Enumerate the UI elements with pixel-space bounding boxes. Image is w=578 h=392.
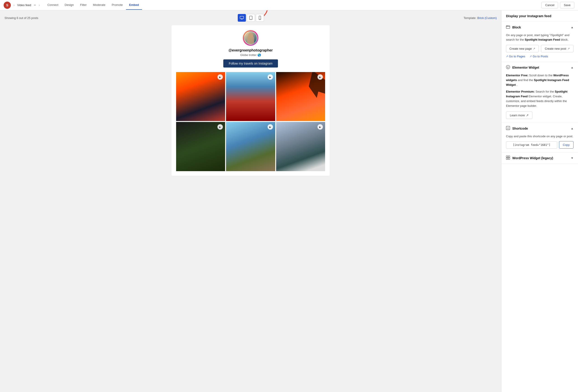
sidebar-header: Display your Instagram feed — [501, 10, 578, 22]
shortcode-input[interactable] — [506, 141, 557, 148]
view-tablet-button[interactable] — [247, 14, 255, 22]
mobile-icon — [259, 16, 261, 20]
preview-area: Showing 6 out of 25 posts — [0, 10, 501, 392]
elementor-circle-icon: E — [506, 65, 510, 69]
profile-bio: Globe trotter 🌎 — [240, 53, 261, 57]
accordion-block-body: On any page or post, start typing "/Spot… — [501, 33, 578, 62]
edit-icon[interactable]: ✏ — [34, 4, 36, 7]
template-link[interactable]: Brick (Custom) — [477, 16, 497, 20]
elementor-chevron: ▲ — [571, 66, 574, 69]
breadcrumb-label: Video feed — [17, 3, 31, 7]
block-icon — [506, 25, 510, 30]
create-page-label: Create new page — [509, 47, 532, 50]
photo-cell-1[interactable]: ▶ — [176, 72, 225, 121]
go-to-pages-link[interactable]: ↗ Go to Pages — [506, 55, 525, 58]
wp-widget-label: WordPress Widget (legacy) — [512, 156, 569, 160]
tablet-icon — [249, 16, 252, 20]
photo-cell-3[interactable]: ▶ — [276, 72, 325, 121]
svg-point-5 — [251, 19, 251, 19]
block-description: On any page or post, start typing "/Spot… — [506, 33, 574, 42]
svg-point-7 — [260, 19, 260, 19]
accordion-elementor-header[interactable]: E Elementor Widget ▲ — [501, 62, 578, 73]
folder-icon — [506, 25, 510, 29]
link-row: ↗ Go to Pages ↗ Go to Posts — [506, 55, 574, 58]
shortcode-chevron: ▲ — [571, 127, 574, 130]
play-icon-3: ▶ — [317, 74, 323, 80]
tab-embed[interactable]: Embed — [126, 0, 142, 10]
wp-widget-icon — [506, 155, 510, 160]
block-label: Block — [512, 26, 569, 29]
tab-moderate[interactable]: Moderate — [90, 0, 109, 10]
svg-rect-14 — [508, 156, 510, 157]
elementor-free-desc: Elementor Free: Scroll down to the WordP… — [506, 73, 574, 87]
accordion-shortcode-header[interactable]: [/] Shortcode ▲ — [501, 123, 578, 134]
svg-rect-13 — [506, 156, 508, 157]
profile-section: @evergreenphotographer Globe trotter 🌎 F… — [176, 30, 325, 67]
showing-text: Showing 6 out of 25 posts — [4, 16, 38, 20]
learn-more-label: Learn more — [510, 114, 525, 117]
block-chevron: ▲ — [571, 26, 574, 29]
main-area: Showing 6 out of 25 posts — [0, 10, 578, 392]
accordion-shortcode-body: Copy and paste this shortcode on any pag… — [501, 134, 578, 152]
wp-widget-grid-icon — [506, 155, 510, 160]
template-label: Template: — [464, 16, 476, 20]
photo-cell-5[interactable]: ▶ — [226, 122, 275, 171]
go-to-posts-link[interactable]: ↗ Go to Posts — [530, 55, 548, 58]
view-desktop-button[interactable] — [238, 14, 246, 22]
follow-button[interactable]: Follow my travels on Instagram — [223, 59, 278, 67]
elementor-icon: E — [506, 65, 510, 70]
create-new-post-button[interactable]: Create new post ↗ — [541, 45, 574, 52]
accordion-elementor: E Elementor Widget ▲ Elementor Free: Scr… — [501, 62, 578, 123]
btn-row-create: Create new page ↗ Create new post ↗ — [506, 45, 574, 52]
svg-text:E: E — [507, 66, 509, 68]
learn-more-button[interactable]: Learn more ↗ — [506, 111, 532, 119]
accordion-block-header[interactable]: Block ▲ — [501, 22, 578, 33]
elementor-premium-desc: Elementor Premium: Search for the Spotli… — [506, 90, 574, 108]
photo-grid: ▶ ▶ ▶ ▶ — [176, 72, 325, 171]
sidebar-title: Display your Instagram feed — [506, 14, 574, 18]
elementor-label: Elementor Widget — [512, 66, 569, 69]
accordion-elementor-body: Elementor Free: Scroll down to the WordP… — [501, 73, 578, 123]
view-mobile-button[interactable] — [256, 14, 264, 22]
nav-separator: › — [39, 4, 40, 7]
tab-connect[interactable]: Connect — [44, 0, 61, 10]
accordion-wp-widget-header[interactable]: WordPress Widget (legacy) ▼ — [501, 152, 578, 164]
play-icon-2: ▶ — [268, 74, 273, 80]
preview-toolbar: Showing 6 out of 25 posts — [4, 14, 497, 22]
save-button[interactable]: Save — [560, 2, 574, 8]
svg-text:[/]: [/] — [507, 127, 509, 129]
profile-username: @evergreenphotographer — [229, 48, 273, 52]
sidebar: Display your Instagram feed Block ▲ On a… — [501, 10, 578, 392]
tab-filter[interactable]: Filter — [77, 0, 90, 10]
cancel-button[interactable]: Cancel — [541, 2, 558, 8]
shortcode-bracket-icon: [/] — [506, 126, 510, 130]
pages-link-icon: ↗ — [506, 55, 508, 58]
photo-cell-4[interactable]: ▶ — [176, 122, 225, 171]
copy-button[interactable]: Copy — [559, 141, 574, 148]
nav-actions: Cancel Save — [541, 2, 574, 8]
photo-cell-6[interactable]: ▶ — [276, 122, 325, 171]
shortcode-description: Copy and paste this shortcode on any pag… — [506, 134, 574, 139]
photo-cell-2[interactable]: ▶ — [226, 72, 275, 121]
avatar — [242, 30, 259, 46]
tab-design[interactable]: Design — [61, 0, 77, 10]
posts-link-icon: ↗ — [530, 55, 532, 58]
svg-rect-16 — [508, 158, 510, 159]
nav-tabs: Connect Design Filter Moderate Promote E… — [44, 0, 142, 10]
learn-more-icon: ↗ — [526, 114, 529, 117]
svg-rect-1 — [240, 16, 244, 19]
shortcode-label: Shortcode — [512, 127, 569, 130]
accordion-wp-widget: WordPress Widget (legacy) ▼ — [501, 152, 578, 164]
svg-rect-15 — [506, 158, 508, 159]
wp-widget-chevron: ▼ — [571, 156, 574, 160]
top-nav: S › Video feed ✏ › Connect Design Filter… — [0, 0, 578, 10]
external-link-icon-page: ↗ — [533, 47, 535, 50]
shortcode-icon: [/] — [506, 126, 510, 131]
accordion-block: Block ▲ On any page or post, start typin… — [501, 22, 578, 62]
create-post-label: Create new post — [545, 47, 566, 50]
create-new-page-button[interactable]: Create new page ↗ — [506, 45, 539, 52]
feed-container: @evergreenphotographer Globe trotter 🌎 F… — [172, 25, 330, 176]
shortcode-row: Copy — [506, 141, 574, 148]
breadcrumb-chevron: › — [13, 4, 14, 7]
tab-promote[interactable]: Promote — [109, 0, 126, 10]
